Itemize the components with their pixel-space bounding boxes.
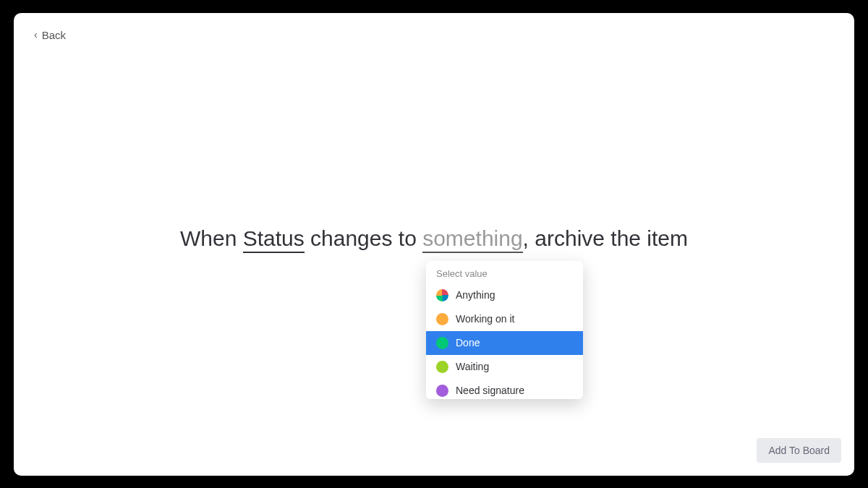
status-token[interactable]: Status [243, 226, 305, 253]
status-color-icon [436, 385, 448, 397]
dropdown-option-label: Anything [456, 289, 495, 301]
dropdown-option-label: Done [456, 337, 480, 348]
sentence-suffix: , archive the item [523, 226, 688, 250]
add-to-board-button[interactable]: Add To Board [757, 438, 841, 463]
status-color-icon [436, 289, 448, 301]
status-color-icon [436, 337, 448, 349]
dropdown-option[interactable]: Waiting [426, 355, 583, 379]
dropdown-option[interactable]: Need signature [426, 379, 583, 399]
automation-panel: ‹ Back When Status changes to something,… [14, 13, 854, 476]
sentence-prefix: When [180, 226, 243, 250]
value-dropdown: Select value AnythingWorking on itDoneWa… [426, 261, 583, 399]
dropdown-header: Select value [426, 261, 583, 283]
dropdown-option-label: Working on it [456, 313, 514, 325]
sentence-mid: changes to [305, 226, 422, 250]
dropdown-option-label: Waiting [456, 361, 489, 372]
dropdown-option[interactable]: Working on it [426, 307, 583, 331]
dropdown-option[interactable]: Done [426, 331, 583, 355]
back-link[interactable]: ‹ Back [34, 29, 66, 41]
chevron-left-icon: ‹ [34, 30, 38, 40]
value-token[interactable]: something [422, 226, 522, 253]
dropdown-option[interactable]: Anything [426, 283, 583, 307]
dropdown-option-label: Need signature [456, 385, 524, 396]
automation-sentence: When Status changes to something, archiv… [14, 226, 854, 251]
status-color-icon [436, 361, 448, 373]
back-label: Back [42, 29, 66, 41]
status-color-icon [436, 313, 448, 325]
